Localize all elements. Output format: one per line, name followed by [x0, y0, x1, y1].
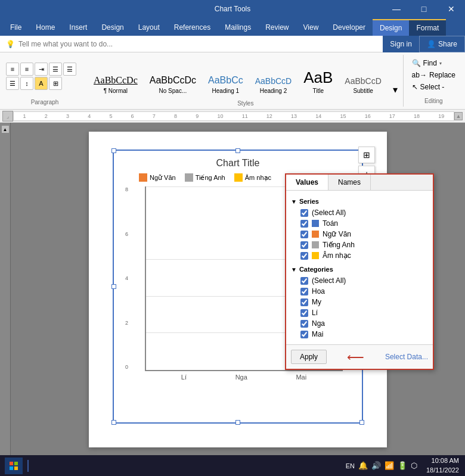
- styles-group: AaBbCcDc ¶ Normal AaBbCcDc No Spac... Aa…: [88, 55, 403, 107]
- filter-cat-mai: Mai: [291, 329, 428, 340]
- cat-mai-checkbox[interactable]: [300, 331, 308, 338]
- resize-handle-tm[interactable]: [235, 148, 240, 153]
- cat-nga-label: Nga: [312, 319, 325, 328]
- maximize-button[interactable]: □: [410, 0, 438, 18]
- title-bar: Chart Tools — □ ✕: [0, 0, 465, 18]
- series-tiengAnh-label: Tiếng Anh: [323, 241, 355, 249]
- filter-series-nguvan: Ngữ Văn: [291, 229, 428, 239]
- series-selectall-checkbox[interactable]: [300, 209, 308, 217]
- filter-tab-values[interactable]: Values: [286, 175, 328, 190]
- cat-my-checkbox[interactable]: [300, 298, 308, 306]
- outline-button[interactable]: ☰: [6, 77, 19, 90]
- series-nguvan-checkbox[interactable]: [300, 231, 308, 238]
- series-amnhac-checkbox[interactable]: [300, 252, 308, 260]
- tab-references[interactable]: References: [167, 19, 218, 36]
- tab-insert[interactable]: Insert: [62, 19, 94, 36]
- ruler-toggle[interactable]: ⌟: [2, 111, 13, 122]
- ribbon-tabs-bar: File Home Insert Design Layout Reference…: [0, 18, 465, 36]
- style-h2-preview: AaBbCcD: [255, 77, 292, 85]
- filter-series-tiengAnh: Tiếng Anh: [291, 239, 428, 250]
- svg-rect-2: [10, 466, 13, 470]
- legend-label-tiengAnh: Tiếng Anh: [196, 174, 225, 182]
- minimize-button[interactable]: —: [383, 0, 410, 18]
- tab-design-main[interactable]: Design: [94, 19, 131, 36]
- tab-view[interactable]: View: [296, 19, 326, 36]
- apply-button[interactable]: Apply: [291, 350, 327, 364]
- svg-rect-1: [14, 462, 18, 465]
- find-button[interactable]: 🔍 Find ▾: [408, 57, 459, 69]
- svg-rect-3: [14, 466, 18, 470]
- style-normal-button[interactable]: AaBbCcDc ¶ Normal: [88, 55, 143, 97]
- select-data-link[interactable]: Select Data...: [385, 353, 428, 361]
- filter-categories-header[interactable]: ▼ Categories: [291, 266, 428, 273]
- cat-selectall-checkbox[interactable]: [300, 277, 308, 285]
- tab-developer[interactable]: Developer: [326, 19, 373, 36]
- tab-layout[interactable]: Layout: [131, 19, 167, 36]
- clock-time: 10:08 AM: [426, 456, 459, 465]
- filter-footer: Apply ⟵ Select Data...: [286, 344, 433, 369]
- series-tiengAnh-checkbox[interactable]: [300, 241, 308, 249]
- editing-label: Editing: [408, 95, 459, 104]
- indent-button[interactable]: ⇥: [35, 63, 48, 76]
- tab-mailings[interactable]: Mailings: [218, 19, 258, 36]
- cat-hoa-checkbox[interactable]: [300, 288, 308, 295]
- chart-layout-button[interactable]: ⊞: [358, 147, 375, 163]
- filter-tab-names[interactable]: Names: [328, 175, 371, 190]
- legend-color-amnhac: [234, 173, 243, 182]
- tab-chart-format[interactable]: Format: [409, 19, 446, 36]
- paragraph-controls: ≡ ≡ ⇥ ☰ ☰ ☰ ↕ A ⊞: [6, 56, 83, 97]
- styles-dropdown-button[interactable]: ▾: [388, 55, 402, 97]
- tab-review[interactable]: Review: [258, 19, 296, 36]
- sign-in-button[interactable]: Sign in: [383, 36, 419, 52]
- numbered-list-button[interactable]: ☰: [63, 63, 76, 76]
- spacing-button[interactable]: ↕: [20, 77, 33, 90]
- resize-handle-bm[interactable]: [235, 420, 240, 425]
- resize-handle-br[interactable]: [359, 420, 364, 425]
- shading-button[interactable]: A: [35, 77, 48, 90]
- tab-home[interactable]: Home: [29, 19, 62, 36]
- cat-nga-checkbox[interactable]: [300, 320, 308, 328]
- tab-file[interactable]: File: [3, 19, 29, 36]
- lightbulb-icon: 💡: [6, 40, 15, 48]
- select-button[interactable]: ↖ Select -: [408, 81, 459, 93]
- y-axis-labels: 86420: [125, 186, 128, 370]
- series-toan-color: [312, 220, 319, 227]
- border-button[interactable]: ⊞: [49, 77, 62, 90]
- share-button[interactable]: 👤 Share: [419, 36, 465, 52]
- align-center-button[interactable]: ≡: [20, 63, 33, 76]
- tell-me-bar: 💡 Sign in 👤 Share: [0, 36, 465, 52]
- align-left-button[interactable]: ≡: [6, 63, 19, 76]
- filter-series-header[interactable]: ▼ Series: [291, 198, 428, 205]
- start-button[interactable]: [5, 458, 23, 474]
- series-toan-label: Toán: [323, 219, 338, 228]
- series-toan-checkbox[interactable]: [300, 220, 308, 228]
- style-normal-preview: AaBbCcDc: [94, 76, 138, 85]
- cat-li-checkbox[interactable]: [300, 309, 308, 317]
- filter-tab-bar: Values Names: [286, 175, 433, 191]
- cat-li-label: Lí: [312, 309, 318, 317]
- style-title-button[interactable]: AaB Title: [298, 55, 338, 97]
- style-title-preview: AaB: [303, 70, 333, 85]
- battery-icon: 🔋: [398, 461, 407, 470]
- legend-label-nguvan: Ngữ Văn: [150, 174, 176, 182]
- replace-button[interactable]: ab→ Replace: [408, 69, 459, 81]
- close-button[interactable]: ✕: [438, 0, 465, 18]
- resize-handle-ml[interactable]: [111, 284, 116, 289]
- tab-chart-design[interactable]: Design: [373, 19, 409, 36]
- series-nguvan-label: Ngữ Văn: [323, 230, 351, 238]
- style-h2-button[interactable]: AaBbCcD Heading 2: [250, 55, 297, 97]
- style-subtitle-button[interactable]: AaBbCcD Subtitle: [339, 55, 386, 97]
- resize-handle-tl[interactable]: [111, 148, 116, 153]
- style-h1-button[interactable]: AaBbCc Heading 1: [203, 55, 249, 97]
- cat-mai-label: Mai: [312, 330, 323, 338]
- find-dropdown-icon: ▾: [439, 61, 442, 66]
- resize-handle-bl[interactable]: [111, 420, 116, 425]
- x-label-li: Lí: [181, 374, 187, 381]
- bullet-list-button[interactable]: ☰: [49, 63, 62, 76]
- legend-item-nguvan: Ngữ Văn: [139, 173, 176, 182]
- style-nospace-button[interactable]: AaBbCcDc No Spac...: [144, 55, 202, 97]
- taskbar-divider: [27, 460, 29, 472]
- series-nguvan-color: [312, 231, 319, 238]
- language-indicator: EN: [346, 462, 355, 469]
- scroll-up-button[interactable]: ▲: [1, 125, 10, 133]
